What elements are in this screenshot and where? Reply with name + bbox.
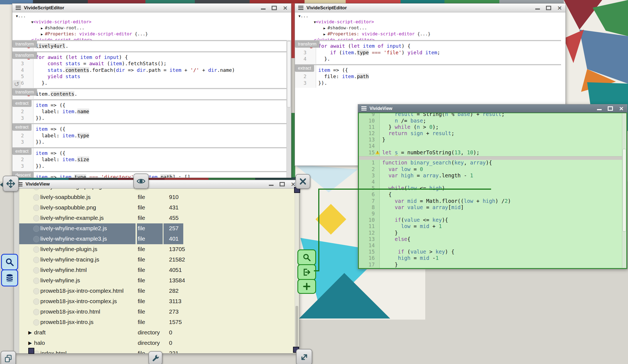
code-text[interactable]: } [380, 136, 385, 143]
code-text[interactable]: else{ [380, 236, 410, 242]
titlebar[interactable]: VivideView × [358, 104, 627, 113]
resize-handle[interactable] [28, 348, 34, 354]
code-text[interactable]: lively4url. [33, 43, 68, 49]
scrollbar[interactable] [286, 40, 291, 178]
close-halo-button[interactable] [295, 174, 310, 189]
code-text[interactable]: } [380, 230, 398, 236]
maximize-icon[interactable] [608, 106, 613, 111]
code-text[interactable]: } [380, 261, 398, 268]
file-row[interactable]: lively-whyline-example2.jsfile257 [19, 223, 295, 234]
code-text[interactable]: item => item.type === 'directory' ? [ite… [33, 174, 193, 178]
file-row[interactable]: lively-whyline-plugin.jsfile13705 [19, 244, 295, 255]
code-text[interactable]: { [380, 191, 392, 198]
script-step[interactable]: 1item => ({2 label: item.name3}).extract [12, 99, 287, 123]
file-row[interactable]: lively-whyline-tracing.jsfile21582 [19, 255, 295, 265]
file-row[interactable]: lively-whyline.jsfile13584 [19, 275, 295, 286]
code-text[interactable]: result = String(n % base) + result; [380, 112, 505, 118]
scrollbar-thumb[interactable] [623, 149, 626, 232]
script-step[interactable]: 1item => ({2 file: item.path3}).extract [295, 64, 561, 88]
minimize-icon[interactable] [261, 8, 266, 10]
minimize-icon[interactable] [269, 185, 274, 186]
code-text[interactable]: stats.contents.forEach(dir => dir.path =… [33, 67, 235, 73]
maximize-icon[interactable] [546, 6, 551, 10]
minimize-icon[interactable] [535, 8, 540, 10]
code-text[interactable]: if(value <= key){ [380, 217, 448, 223]
code-text[interactable]: high = mid -1 [380, 255, 439, 261]
step-type-badge[interactable]: extract [12, 124, 32, 131]
close-icon[interactable]: × [291, 181, 296, 187]
close-icon[interactable]: × [619, 106, 624, 112]
resize-button[interactable] [296, 349, 312, 364]
undo-icon[interactable]: ↺ [13, 80, 21, 88]
script-step[interactable]: 1item => item.type === 'directory' ? [it… [12, 171, 287, 178]
scrollbar[interactable] [622, 113, 626, 268]
step-type-badge[interactable]: extract [12, 100, 32, 107]
titlebar[interactable]: VivideScriptEditor × [12, 4, 291, 12]
code-text[interactable]: let s = numberToString(13, 10); [380, 149, 480, 156]
code-text[interactable]: }). [316, 80, 327, 86]
code-text[interactable]: item => ({ [33, 102, 65, 109]
file-row[interactable]: ▶draftdirectory0 [19, 328, 295, 338]
code-text[interactable]: var low = 0 [380, 166, 423, 172]
script-step[interactable]: 1item => ({2 label: item.size3}).extract [12, 147, 287, 171]
scrollbar-thumb[interactable] [295, 306, 298, 347]
code-text[interactable]: for await (let item of input) { [33, 54, 128, 61]
code-text[interactable]: }. [33, 80, 47, 86]
eye-button[interactable] [133, 174, 149, 189]
add-button[interactable] [297, 279, 316, 294]
copy-button[interactable] [1, 351, 16, 364]
code-text[interactable]: n /= base; [380, 118, 426, 124]
file-row[interactable]: lively-soapbubble.jsfile910 [19, 192, 295, 203]
step-type-badge[interactable]: extract [12, 148, 32, 155]
file-row[interactable]: lively-whyline.htmlfile4051 [19, 265, 295, 275]
code-text[interactable]: if (item.type === 'file') yield item; [316, 49, 440, 56]
titlebar[interactable]: VivideView × [14, 180, 299, 189]
expand-triangle-icon[interactable]: ▶ [28, 330, 32, 335]
code-text[interactable]: const stats = await (item).fetchStats(); [33, 60, 167, 67]
menu-icon[interactable] [298, 6, 303, 10]
script-step[interactable]: !1xfor await (let item of input) {3 if (… [295, 40, 561, 64]
code-text[interactable]: }). [33, 163, 45, 169]
maximize-icon[interactable] [272, 6, 277, 10]
code-text[interactable]: file: item.path [316, 73, 369, 80]
code-text[interactable]: yield stats [33, 73, 80, 80]
code-text[interactable]: return sign + result; [380, 130, 454, 136]
code-view[interactable]: 9 result = String(n % base) + result;10 … [358, 112, 627, 269]
code-text[interactable]: item => ({ [316, 67, 348, 73]
code-text[interactable]: var high = array.length - 1 [380, 172, 473, 179]
code-text[interactable]: label: item.name [33, 108, 89, 115]
code-text[interactable]: item => ({ [33, 126, 65, 132]
step-type-badge[interactable]: transform [12, 89, 37, 96]
code-text[interactable]: while(low <= high) [380, 185, 445, 191]
file-row[interactable]: proweb18-jsx-intro-complex.htmlfile282 [19, 286, 295, 296]
file-row[interactable]: lively-soapbubble.pngfile431 [19, 203, 295, 213]
export-button[interactable] [297, 264, 316, 280]
maximize-icon[interactable] [280, 182, 285, 186]
titlebar[interactable]: VivideScriptEditor × [295, 4, 565, 12]
code-text[interactable]: if (value > key) { [380, 249, 454, 255]
code-text[interactable]: }). [33, 115, 45, 121]
file-row[interactable]: proweb18-jsx-intro-complex.jsfile3113 [19, 296, 295, 307]
code-text[interactable]: var mid = Math.floor((low + high) /2) [380, 198, 511, 204]
search-button-green[interactable] [297, 249, 316, 265]
code-text[interactable]: item => ({ [33, 150, 65, 157]
search-button[interactable] [1, 254, 18, 270]
script-step[interactable]: !1xlively4url.transform [12, 40, 287, 51]
script-step[interactable]: 1item => ({2 label: item.type3}).extract [12, 123, 287, 147]
code-text[interactable]: label: item.size [33, 156, 89, 163]
minimize-icon[interactable] [597, 109, 602, 110]
step-type-badge[interactable]: transform [295, 41, 320, 48]
step-type-badge[interactable]: transform [12, 52, 37, 59]
code-text[interactable]: }. [316, 56, 330, 62]
code-text[interactable]: } while (n > 0); [380, 124, 439, 130]
script-step[interactable]: !1xfor await (let item of input) {3 cons… [12, 51, 287, 88]
expand-triangle-icon[interactable]: ▶ [28, 340, 32, 346]
wrench-button[interactable] [148, 351, 162, 364]
scrollbar-thumb[interactable] [287, 41, 291, 107]
step-type-badge[interactable]: extract [295, 65, 314, 72]
database-button[interactable] [1, 269, 18, 286]
menu-icon[interactable] [361, 106, 367, 110]
move-button[interactable] [3, 176, 19, 192]
code-text[interactable]: var value = array[mid] [380, 204, 464, 211]
code-text[interactable]: label: item.type [33, 132, 89, 139]
